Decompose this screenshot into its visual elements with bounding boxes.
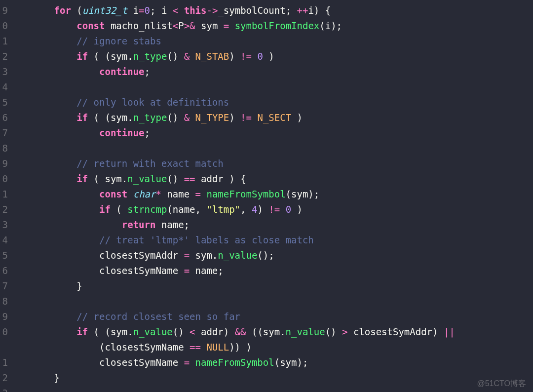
token-fn: nameFromSymbol bbox=[206, 189, 285, 199]
token-num: 0 bbox=[145, 5, 150, 16]
token-type: char bbox=[133, 189, 156, 199]
token-pl: () bbox=[167, 173, 184, 184]
token-pl: name bbox=[161, 189, 195, 199]
token-kw: if bbox=[76, 51, 88, 62]
code-line: } bbox=[9, 278, 533, 294]
token-fn: n_value bbox=[133, 326, 173, 337]
token-str: "ltmp" bbox=[206, 204, 240, 215]
code-line: // treat 'ltmp*' labels as close match bbox=[9, 233, 533, 248]
token-op: && bbox=[235, 326, 246, 337]
code-line: for (uint32_t i=0; i < this->_symbolCoun… bbox=[9, 3, 533, 18]
line-number: 1 bbox=[0, 34, 8, 49]
line-number: 0 bbox=[0, 171, 8, 187]
token-fn: n_value bbox=[286, 326, 325, 337]
line-number: 0 bbox=[0, 324, 8, 340]
line-number: 0 bbox=[0, 18, 8, 34]
token-pl: (name, bbox=[167, 204, 206, 215]
code-line: (closestSymName == NULL)) ) bbox=[9, 340, 533, 355]
code-line: continue; bbox=[9, 125, 533, 141]
token-pl: , bbox=[240, 204, 252, 215]
code-line: if ( (sym.n_type() & N_TYPE) != N_SECT ) bbox=[9, 110, 533, 125]
token-op: = bbox=[184, 250, 190, 261]
token-pl: () bbox=[167, 112, 184, 123]
token-pl: ( sym. bbox=[88, 173, 127, 184]
token-kw: continue bbox=[99, 127, 145, 138]
token-pl: ) bbox=[229, 51, 240, 62]
line-number: 9 bbox=[0, 3, 8, 18]
token-cmt: // ignore stabs bbox=[76, 36, 161, 46]
token-pl: () bbox=[167, 51, 184, 62]
token-pl: ) bbox=[229, 112, 240, 123]
token-op: = bbox=[184, 357, 190, 368]
token-pl: closestSymName bbox=[99, 357, 184, 368]
token-const: N_TYPE bbox=[195, 112, 229, 123]
token-op: = bbox=[184, 265, 190, 276]
code-line: closestSymName = name; bbox=[9, 263, 533, 278]
token-op: * bbox=[155, 189, 161, 199]
token-pl: addr ) { bbox=[195, 173, 246, 184]
token-pl: i bbox=[127, 5, 139, 16]
token-pl: i) { bbox=[308, 5, 331, 16]
token-op: < bbox=[190, 326, 195, 337]
line-number: 2 bbox=[0, 49, 8, 64]
token-pl bbox=[178, 5, 184, 16]
token-pl: ) bbox=[291, 112, 303, 123]
line-number: 3 bbox=[0, 386, 8, 392]
token-pl: ( (sym. bbox=[88, 326, 133, 337]
line-number bbox=[0, 340, 8, 355]
token-pl bbox=[190, 357, 195, 368]
code-area[interactable]: for (uint32_t i=0; i < this->_symbolCoun… bbox=[9, 0, 533, 392]
token-pl: sym. bbox=[190, 250, 218, 261]
token-pl: closestSymAddr) bbox=[347, 326, 443, 337]
token-pl: () bbox=[173, 326, 190, 337]
line-number: 4 bbox=[0, 79, 8, 95]
token-op: == bbox=[190, 342, 201, 353]
token-pl: macho_nlist bbox=[105, 20, 172, 31]
line-number: 6 bbox=[0, 110, 8, 125]
line-number: 7 bbox=[0, 125, 8, 141]
token-kw: return bbox=[122, 219, 156, 230]
line-number: 3 bbox=[0, 64, 8, 79]
line-number: 8 bbox=[0, 294, 8, 309]
token-pl: () bbox=[325, 326, 342, 337]
token-pl: } bbox=[76, 280, 82, 291]
code-line: if ( (sym.n_value() < addr) && ((sym.n_v… bbox=[9, 324, 533, 340]
code-line: } bbox=[9, 370, 533, 386]
token-kw: continue bbox=[99, 66, 145, 77]
token-pl: ; i bbox=[150, 5, 173, 16]
token-pl: ) bbox=[257, 204, 268, 215]
token-fn: strncmp bbox=[127, 204, 167, 215]
token-pl bbox=[229, 20, 234, 31]
line-number-gutter: 9012345678901234567890123 bbox=[0, 0, 9, 392]
token-fn: n_type bbox=[133, 51, 167, 62]
token-pl bbox=[190, 112, 195, 123]
token-op: != bbox=[268, 204, 280, 215]
code-line: // record closest seen so far bbox=[9, 309, 533, 324]
code-line: continue; bbox=[9, 64, 533, 79]
token-pl: (i); bbox=[319, 20, 342, 31]
token-op: || bbox=[444, 326, 455, 337]
code-line bbox=[9, 294, 533, 309]
token-pl bbox=[252, 51, 257, 62]
token-pl: closestSymName bbox=[99, 265, 184, 276]
token-pl: ( (sym. bbox=[88, 51, 133, 62]
token-kw: this bbox=[184, 5, 207, 16]
token-op: -> bbox=[206, 5, 218, 16]
token-pl: (closestSymName bbox=[99, 342, 190, 353]
token-pl bbox=[201, 342, 206, 353]
line-number: 5 bbox=[0, 248, 8, 263]
watermark: @51CTO博客 bbox=[477, 379, 526, 389]
code-line: // return with exact match bbox=[9, 156, 533, 171]
token-pl: addr) bbox=[195, 326, 235, 337]
token-kw: if bbox=[76, 173, 88, 184]
token-kw: for bbox=[54, 5, 71, 16]
token-pl: ( bbox=[71, 5, 82, 16]
token-pl: ((sym. bbox=[246, 326, 286, 337]
token-cmt: // return with exact match bbox=[76, 158, 223, 169]
token-num: 4 bbox=[252, 204, 257, 215]
token-cmt: // treat 'ltmp*' labels as close match bbox=[99, 235, 314, 245]
token-pl bbox=[190, 51, 195, 62]
token-op: < bbox=[173, 20, 178, 31]
token-pl bbox=[252, 112, 257, 123]
token-kw: const bbox=[99, 189, 127, 199]
